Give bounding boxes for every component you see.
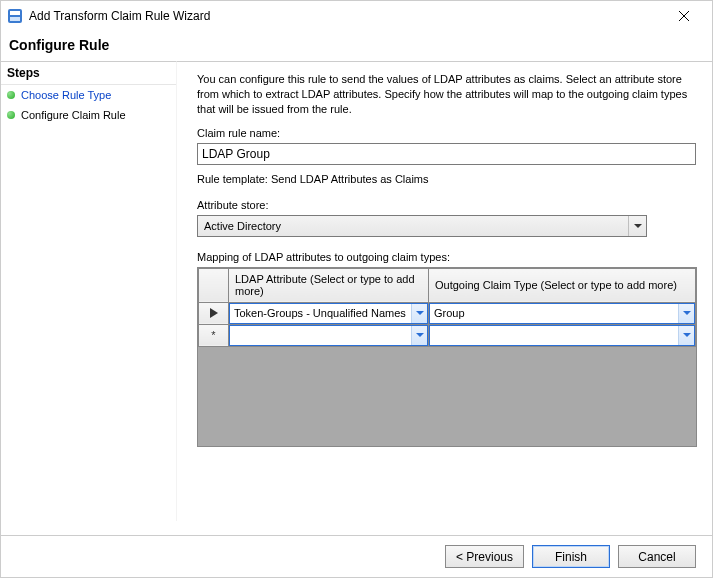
ldap-attribute-value: Token-Groups - Unqualified Names [230, 307, 411, 319]
attribute-store-dropdown[interactable]: Active Directory [197, 215, 647, 237]
svg-marker-5 [210, 308, 218, 318]
dropdown-button[interactable] [628, 216, 646, 236]
chevron-down-icon [416, 311, 424, 315]
current-row-icon [210, 308, 218, 318]
step-bullet-icon [7, 111, 15, 119]
close-button[interactable] [664, 2, 704, 30]
attribute-store-label: Attribute store: [197, 199, 696, 211]
page-header: Configure Rule [9, 37, 712, 53]
ldap-attribute-cell[interactable]: Token-Groups - Unqualified Names [229, 303, 428, 324]
outgoing-claim-cell[interactable]: Group [429, 303, 695, 324]
chevron-down-icon [416, 333, 424, 337]
grid-row: Token-Groups - Unqualified Names Group [199, 302, 696, 324]
steps-header: Steps [1, 62, 176, 85]
step-configure-claim-rule[interactable]: Configure Claim Rule [1, 105, 176, 125]
svg-rect-1 [10, 11, 20, 15]
step-bullet-icon [7, 91, 15, 99]
app-icon [7, 8, 23, 24]
finish-button[interactable]: Finish [532, 545, 610, 568]
chevron-down-icon [683, 311, 691, 315]
row-selector[interactable]: * [199, 324, 229, 346]
grid-corner [199, 268, 229, 302]
claim-rule-name-input[interactable] [197, 143, 696, 165]
svg-rect-2 [10, 17, 20, 21]
chevron-down-icon [634, 224, 642, 228]
description-text: You can configure this rule to send the … [197, 72, 696, 117]
grid-col-ldap-attribute[interactable]: LDAP Attribute (Select or type to add mo… [229, 268, 429, 302]
claim-rule-name-label: Claim rule name: [197, 127, 696, 139]
main-panel: You can configure this rule to send the … [177, 61, 712, 521]
dropdown-button[interactable] [678, 326, 694, 345]
step-label: Configure Claim Rule [21, 109, 126, 121]
chevron-down-icon [683, 333, 691, 337]
outgoing-claim-value: Group [430, 307, 678, 319]
dropdown-button[interactable] [411, 304, 427, 323]
dropdown-button[interactable] [678, 304, 694, 323]
ldap-attribute-cell[interactable] [229, 325, 428, 346]
outgoing-claim-cell[interactable] [429, 325, 695, 346]
attribute-store-value: Active Directory [198, 220, 628, 232]
mapping-grid: LDAP Attribute (Select or type to add mo… [197, 267, 697, 447]
step-label: Choose Rule Type [21, 89, 111, 101]
grid-col-outgoing-claim[interactable]: Outgoing Claim Type (Select or type to a… [429, 268, 696, 302]
previous-button[interactable]: < Previous [445, 545, 524, 568]
mapping-label: Mapping of LDAP attributes to outgoing c… [197, 251, 696, 263]
step-choose-rule-type[interactable]: Choose Rule Type [1, 85, 176, 105]
row-selector[interactable] [199, 302, 229, 324]
dropdown-button[interactable] [411, 326, 427, 345]
grid-row: * [199, 324, 696, 346]
close-icon [679, 11, 689, 21]
rule-template-text: Rule template: Send LDAP Attributes as C… [197, 173, 696, 185]
cancel-button[interactable]: Cancel [618, 545, 696, 568]
wizard-footer: < Previous Finish Cancel [1, 535, 712, 577]
steps-sidebar: Steps Choose Rule Type Configure Claim R… [1, 61, 177, 521]
window-title: Add Transform Claim Rule Wizard [29, 9, 210, 23]
titlebar: Add Transform Claim Rule Wizard [1, 1, 712, 31]
